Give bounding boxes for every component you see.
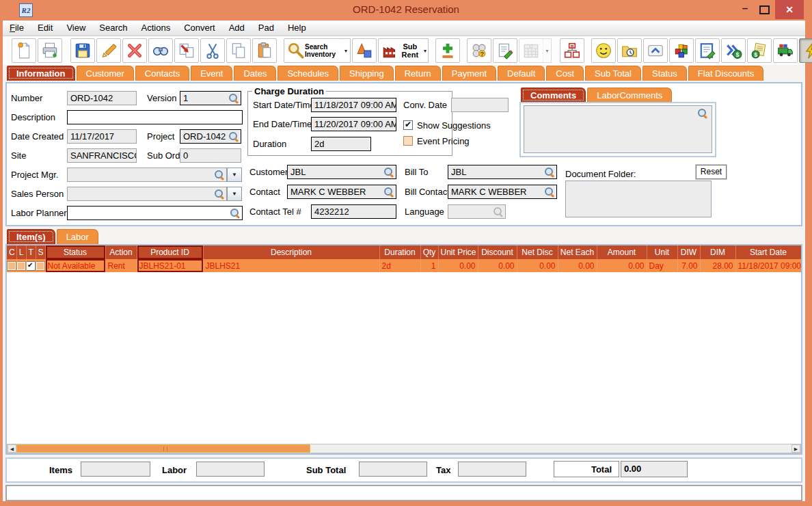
col-net-disc[interactable]: Net Disc: [517, 245, 558, 259]
sales-person-dropdown[interactable]: ▼: [227, 187, 242, 201]
menu-item-add[interactable]: Add: [222, 21, 252, 36]
tab-return[interactable]: Return: [395, 66, 441, 81]
document-folder-box[interactable]: [565, 181, 712, 217]
version-field[interactable]: 1: [180, 91, 241, 105]
sub-orders-field[interactable]: 0: [180, 148, 241, 163]
event-pricing-checkbox[interactable]: [403, 136, 413, 146]
delete-button[interactable]: [122, 38, 147, 63]
labor-planner-field[interactable]: [67, 206, 243, 220]
copy-to-button[interactable]: [174, 38, 199, 63]
tab-default[interactable]: Default: [498, 66, 545, 81]
org-chart-button[interactable]: [560, 38, 584, 63]
new-document-button[interactable]: [12, 38, 36, 63]
project-mgr-field[interactable]: [67, 168, 227, 182]
cell-action[interactable]: Rent: [105, 259, 137, 272]
conv-date-field[interactable]: [451, 98, 509, 112]
calendar-button[interactable]: 12: [519, 38, 543, 63]
scroll-left-icon[interactable]: ◀: [8, 444, 16, 453]
cell-qty[interactable]: 1: [420, 259, 438, 272]
tab-event[interactable]: Event: [191, 66, 232, 81]
contact-search-icon[interactable]: [383, 187, 394, 197]
tab-contacts[interactable]: Contacts: [135, 66, 189, 81]
version-search-icon[interactable]: [228, 94, 239, 103]
notepad-button[interactable]: [493, 38, 517, 63]
comments-tab-laborcomments[interactable]: LaborComments: [587, 88, 672, 103]
col-product-id[interactable]: Product ID: [137, 245, 203, 259]
group-question-button[interactable]: ?: [467, 38, 491, 63]
project-field[interactable]: ORD-1042: [180, 129, 241, 144]
col-amount[interactable]: Amount: [597, 245, 647, 259]
tab-status[interactable]: Status: [642, 66, 687, 81]
copy-button[interactable]: [226, 38, 251, 63]
tab-customer[interactable]: Customer: [77, 66, 134, 81]
tab-flat-discounts[interactable]: Flat Discounts: [688, 66, 763, 81]
col-status[interactable]: Status: [45, 245, 105, 259]
col-description[interactable]: Description: [203, 245, 379, 259]
bill-contact-field[interactable]: MARK C WEBBER: [448, 185, 557, 199]
search-inventory-dropdown[interactable]: ▾: [342, 38, 351, 63]
items-tab-item-s[interactable]: Item(s): [7, 229, 55, 244]
labor-planner-search-icon[interactable]: [230, 209, 240, 218]
menu-item-search[interactable]: Search: [92, 21, 134, 36]
language-field[interactable]: [448, 204, 506, 219]
project-mgr-search-icon[interactable]: [214, 170, 224, 180]
col-unit-price[interactable]: Unit Price: [438, 245, 478, 259]
project-mgr-dropdown[interactable]: ▼: [227, 168, 242, 182]
col-action[interactable]: Action: [105, 245, 137, 259]
bill-contact-search-icon[interactable]: [544, 187, 554, 197]
cell-start-date[interactable]: 11/18/2017 09:00: [735, 259, 801, 272]
col-s[interactable]: S: [36, 245, 45, 259]
find-button[interactable]: [148, 38, 173, 63]
bill-to-field[interactable]: JBL: [448, 165, 557, 179]
start-datetime-field[interactable]: 11/18/2017 09:00 AM: [311, 98, 396, 112]
paste-button[interactable]: [252, 38, 277, 63]
cell-discount[interactable]: 0.00: [478, 259, 517, 272]
menu-item-view[interactable]: View: [59, 21, 92, 36]
close-button[interactable]: ✕: [775, 0, 804, 19]
cell-unit[interactable]: Day: [647, 259, 677, 272]
cell-diw[interactable]: 7.00: [677, 259, 700, 272]
comments-tab-comments[interactable]: Comments: [521, 88, 586, 103]
end-datetime-field[interactable]: 11/20/2017 09:00 AM: [311, 117, 396, 131]
col-duration[interactable]: Duration: [379, 245, 420, 259]
customer-field[interactable]: JBL: [287, 165, 396, 179]
col-diw[interactable]: DIW: [677, 245, 700, 259]
row-checkbox-c[interactable]: [8, 262, 16, 270]
shortcut-key-button[interactable]: [643, 38, 668, 63]
cell-description[interactable]: JBLHS21: [203, 259, 379, 272]
send-payment-button[interactable]: $: [721, 38, 746, 63]
cell-product-id[interactable]: JBLHS21-01: [137, 259, 203, 272]
menu-item-help[interactable]: Help: [281, 21, 313, 36]
comments-search-icon[interactable]: [697, 109, 707, 118]
number-field[interactable]: ORD-1042: [67, 91, 137, 105]
bill-to-search-icon[interactable]: [544, 168, 554, 177]
cell-status[interactable]: Not Available: [45, 259, 105, 272]
site-field[interactable]: SANFRANCISCO: [67, 148, 137, 163]
contact-tel-field[interactable]: 4232212: [311, 204, 396, 219]
cell-amount[interactable]: 0.00: [597, 259, 647, 272]
items-tab-labor[interactable]: Labor: [57, 229, 98, 244]
scrollbar-thumb[interactable]: [16, 444, 310, 453]
menu-item-file[interactable]: File: [3, 21, 31, 36]
menu-item-convert[interactable]: Convert: [177, 21, 222, 36]
col-discount[interactable]: Discount: [478, 245, 517, 259]
tab-cost[interactable]: Cost: [546, 66, 584, 81]
cell-net-disc[interactable]: 0.00: [517, 259, 558, 272]
col-net-each[interactable]: Net Each: [558, 245, 597, 259]
delivery-truck-button[interactable]: [773, 38, 798, 63]
edit-button[interactable]: [96, 38, 121, 63]
comments-textarea[interactable]: [524, 105, 712, 153]
description-field[interactable]: [67, 110, 243, 124]
edit-note-button[interactable]: [695, 38, 720, 63]
3d-objects-button[interactable]: [352, 38, 377, 63]
table-row[interactable]: Not AvailableRentJBLHS21-01JBLHS212d10.0…: [7, 259, 801, 272]
tab-dates[interactable]: Dates: [234, 66, 276, 81]
date-created-field[interactable]: 11/17/2017: [67, 129, 137, 144]
col-unit[interactable]: Unit: [647, 245, 677, 259]
col-t[interactable]: T: [26, 245, 36, 259]
calendar-dropdown[interactable]: ▾: [543, 38, 552, 63]
smiley-button[interactable]: [591, 38, 616, 63]
tab-schedules[interactable]: Schedules: [278, 66, 338, 81]
menu-item-edit[interactable]: Edit: [31, 21, 59, 36]
row-checkbox-s[interactable]: [36, 262, 44, 270]
